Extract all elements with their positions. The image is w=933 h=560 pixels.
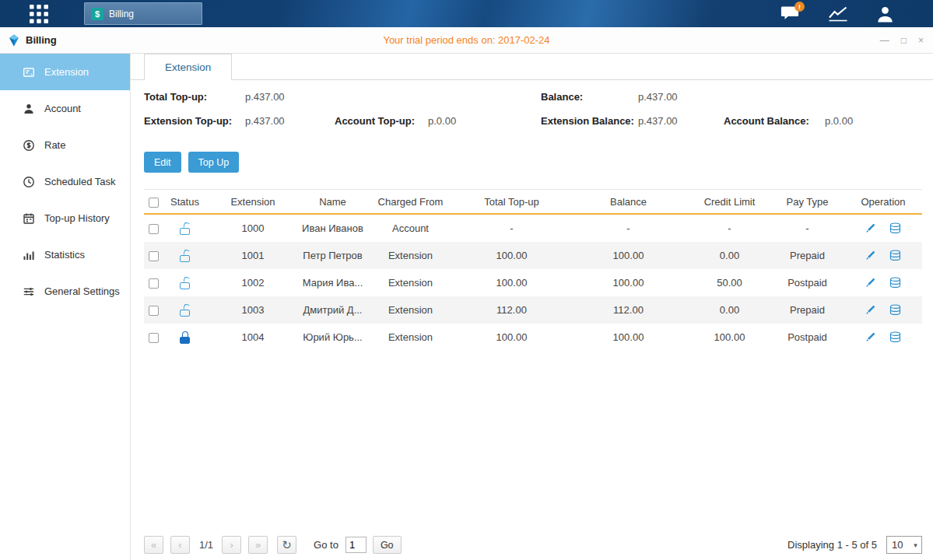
top-up-button[interactable]: Top Up (188, 152, 240, 173)
status-lock-icon[interactable] (180, 222, 190, 235)
maximize-button[interactable]: □ (901, 35, 907, 46)
topbar-right-icons: ! (780, 5, 894, 23)
top-up-row-icon[interactable] (889, 222, 902, 234)
apps-grid-icon[interactable] (28, 5, 50, 23)
cell-credit-limit: - (689, 222, 770, 234)
goto-label: Go to (314, 539, 338, 551)
sidebar-item-extension[interactable]: Extension (0, 54, 130, 90)
cell-pay-type: Prepaid (770, 250, 844, 261)
row-checkbox[interactable] (149, 333, 159, 343)
sidebar: Extension Account Rate Scheduled Task To… (0, 54, 131, 560)
window-titlebar: Billing Your trial period ends on: 2017-… (0, 27, 933, 54)
account-person-icon (23, 103, 35, 115)
chevron-down-icon: ▾ (910, 541, 921, 549)
extension-balance-value: p.437.00 (638, 115, 678, 127)
row-checkbox[interactable] (149, 251, 159, 261)
edit-row-icon[interactable] (865, 222, 876, 234)
status-lock-icon[interactable] (180, 277, 190, 289)
window-controls: — □ × (880, 35, 924, 46)
sliders-icon (23, 285, 35, 298)
table-row: 1002 Мария Ива... Extension 100.00 100.0… (144, 269, 922, 296)
cell-charged-from: Extension (366, 277, 455, 289)
cell-charged-from: Extension (366, 304, 455, 316)
sidebar-label: Extension (44, 66, 89, 78)
edit-row-icon[interactable] (865, 277, 876, 289)
cell-total-topup: - (455, 222, 568, 234)
topbar: $ Billing ! (0, 0, 933, 27)
select-all-checkbox[interactable] (149, 198, 159, 208)
last-page-button[interactable]: » (248, 536, 268, 554)
top-up-row-icon[interactable] (889, 250, 902, 261)
sidebar-item-account[interactable]: Account (0, 90, 130, 127)
cell-balance: 100.00 (568, 250, 689, 261)
cell-extension: 1000 (206, 222, 300, 234)
cell-extension: 1002 (206, 277, 300, 289)
status-lock-icon[interactable] (180, 250, 190, 262)
row-checkbox[interactable] (149, 306, 159, 316)
top-up-row-icon[interactable] (889, 304, 902, 316)
edit-button[interactable]: Edit (144, 152, 181, 173)
top-up-row-icon[interactable] (889, 277, 902, 289)
displaying-text: Displaying 1 - 5 of 5 (787, 539, 877, 551)
cell-total-topup: 100.00 (455, 331, 568, 343)
topbar-tab-label: Billing (109, 9, 134, 19)
sidebar-item-topup-history[interactable]: Top-up History (0, 200, 130, 236)
cell-name: Мария Ива... (300, 277, 366, 289)
cell-charged-from: Extension (366, 250, 455, 261)
row-checkbox[interactable] (149, 278, 159, 289)
window-title: Billing (26, 34, 57, 46)
col-name: Name (300, 196, 366, 208)
refresh-button[interactable]: ↻ (277, 536, 296, 554)
line-chart-glyph (828, 5, 848, 22)
cell-extension: 1001 (206, 250, 300, 261)
cell-charged-from: Account (366, 222, 455, 234)
minimize-button[interactable]: — (880, 35, 889, 46)
extension-balance-label: Extension Balance: (541, 115, 634, 127)
page-indicator: 1/1 (199, 539, 213, 551)
cell-balance: - (568, 222, 689, 234)
tab-extension[interactable]: Extension (144, 54, 232, 80)
next-page-button[interactable]: › (222, 536, 241, 554)
cell-extension: 1004 (206, 331, 300, 343)
col-operation: Operation (844, 196, 922, 208)
first-page-button[interactable]: « (144, 536, 163, 554)
sidebar-item-general-settings[interactable]: General Settings (0, 273, 130, 310)
table-row: 1000 Иван Иванов Account - - - - (144, 215, 922, 242)
messages-icon[interactable]: ! (780, 5, 800, 22)
edit-row-icon[interactable] (865, 304, 876, 316)
cell-balance: 100.00 (568, 331, 689, 343)
goto-page-input[interactable] (345, 537, 367, 553)
cell-charged-from: Extension (366, 331, 455, 343)
cell-credit-limit: 100.00 (689, 331, 770, 343)
col-charged-from: Charged From (366, 196, 455, 208)
table-row: 1004 Юрий Юрь... Extension 100.00 100.00… (144, 324, 922, 351)
edit-row-icon[interactable] (865, 250, 876, 261)
topbar-billing-tab[interactable]: $ Billing (84, 2, 202, 25)
sidebar-label: General Settings (44, 285, 120, 297)
extension-table: Status Extension Name Charged From Total… (144, 189, 922, 351)
sidebar-item-scheduled-task[interactable]: Scheduled Task (0, 163, 130, 200)
sidebar-item-statistics[interactable]: Statistics (0, 236, 130, 273)
reports-chart-icon[interactable] (828, 5, 848, 22)
row-checkbox[interactable] (149, 224, 159, 234)
top-up-row-icon[interactable] (889, 331, 902, 343)
user-account-icon[interactable] (876, 5, 894, 23)
cell-credit-limit: 0.00 (689, 250, 770, 261)
go-button[interactable]: Go (373, 536, 402, 554)
status-lock-icon[interactable] (180, 331, 190, 344)
sidebar-item-rate[interactable]: Rate (0, 127, 130, 163)
edit-row-icon[interactable] (865, 331, 876, 343)
close-button[interactable]: × (918, 35, 924, 46)
trial-notice: Your trial period ends on: 2017-02-24 (383, 34, 549, 46)
prev-page-button[interactable]: ‹ (170, 536, 190, 554)
page-size-select[interactable]: 10 ▾ (886, 536, 922, 554)
clock-icon (23, 176, 35, 188)
action-buttons: Edit Top Up (144, 152, 933, 173)
cell-credit-limit: 0.00 (689, 304, 770, 316)
billing-dollar-icon: $ (91, 8, 103, 20)
col-total-topup: Total Top-up (455, 196, 568, 208)
col-extension: Extension (206, 196, 300, 208)
sidebar-label: Top-up History (44, 212, 110, 224)
status-lock-icon[interactable] (180, 304, 190, 317)
calendar-icon (23, 212, 35, 225)
